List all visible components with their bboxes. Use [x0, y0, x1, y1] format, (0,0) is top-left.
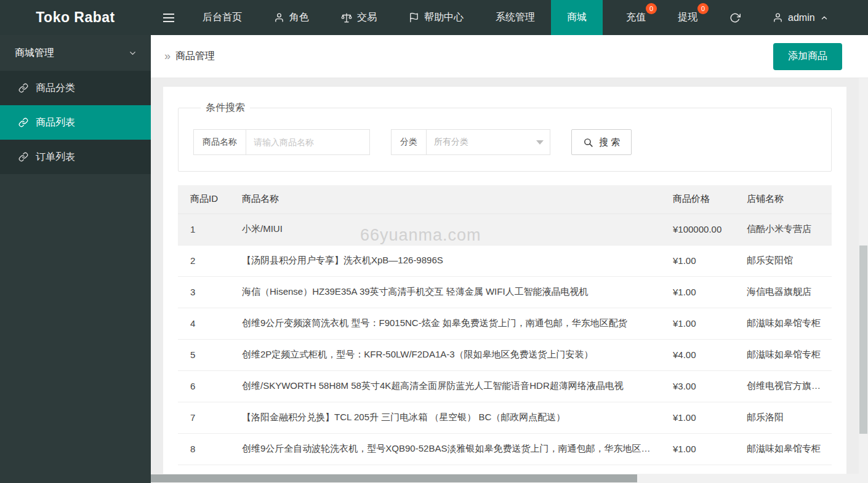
table-row[interactable]: 5 创维2P定频立式柜机，型号：KFR-50LW/F2DA1A-3（限如皋地区免… [178, 339, 832, 370]
table-row[interactable]: 7 【洛阳金融积分兑换】TCL 205升 三门电冰箱 （星空银） BC（邮政网点… [178, 402, 832, 433]
withdraw-count-badge: 0 [697, 3, 709, 14]
table-row[interactable]: 4 创维9公斤变频滚筒洗衣机 型号：F9015NC-炫金 如皋免费送货上门，南通… [178, 308, 832, 339]
search-panel-legend: 条件搜索 [201, 102, 250, 114]
product-list-card: 条件搜索 商品名称 分类 所有分类 [163, 87, 846, 474]
main-content: 条件搜索 商品名称 分类 所有分类 [151, 78, 868, 483]
page-title: 商品管理 [175, 50, 215, 63]
link-icon [18, 83, 28, 93]
cell-product-name: 小米/MIUI [230, 214, 661, 245]
cell-product-id: 1 [178, 214, 230, 245]
nav-spacer [603, 0, 610, 35]
nav-item-help-center[interactable]: 帮助中心 [393, 0, 480, 35]
breadcrumb-separator-icon: » [164, 50, 171, 63]
refresh-button[interactable] [713, 0, 757, 35]
cell-product-id: 8 [178, 433, 230, 465]
cell-shop-name: 邮滋味如皋馆专柜 [734, 308, 832, 339]
nav-item-label: 后台首页 [203, 11, 242, 24]
nav-item-roles[interactable]: 角色 [258, 0, 325, 35]
cell-product-price: ¥1.00 [661, 402, 734, 433]
cell-product-name: 创维9公斤全自动波轮洗衣机，型号XQB90-52BAS淡雅银如皋免费送货上门，南… [230, 433, 661, 465]
chevron-down-icon [128, 49, 137, 58]
table-header-row: 商品ID 商品名称 商品价格 店铺名称 [178, 185, 832, 214]
page-header: » 商品管理 添加商品 [151, 35, 868, 78]
category-group: 分类 所有分类 [391, 129, 550, 155]
column-header-product-name: 商品名称 [230, 185, 661, 214]
cell-product-id: 4 [178, 308, 230, 339]
chevron-down-icon [536, 140, 544, 145]
nav-item-label: 商城 [567, 11, 587, 24]
flag-icon [409, 12, 419, 23]
cell-product-price: ¥100000.00 [661, 214, 734, 245]
product-name-group: 商品名称 [193, 129, 370, 155]
cell-product-name: 创维2P定频立式柜机，型号：KFR-50LW/F2DA1A-3（限如皋地区免费送… [230, 339, 661, 370]
username-label: admin [788, 12, 815, 23]
category-label: 分类 [392, 130, 427, 154]
cell-product-price: ¥1.00 [661, 245, 734, 276]
vertical-scrollbar-thumb[interactable] [859, 245, 867, 434]
add-product-button[interactable]: 添加商品 [773, 43, 842, 70]
cell-shop-name: 邮滋味如皋馆专柜 [734, 339, 832, 370]
nav-item-label: 角色 [289, 11, 309, 24]
cell-product-price: ¥4.00 [661, 339, 734, 370]
table-row[interactable]: 3 海信（Hisense）HZ39E35A 39英寸高清手机交互 轻薄金属 WI… [178, 276, 832, 308]
nav-item-system[interactable]: 系统管理 [480, 0, 551, 35]
table-row[interactable]: 2 【汤阴县积分用户专享】洗衣机XpB—126-9896S ¥1.00 邮乐安阳… [178, 245, 832, 276]
vertical-scrollbar[interactable] [859, 78, 868, 474]
product-name-label: 商品名称 [194, 130, 246, 154]
search-button[interactable]: 搜 索 [571, 129, 632, 155]
sidebar-item-order-list[interactable]: 订单列表 [0, 140, 151, 174]
brand-logo: Toko Rabat [0, 0, 151, 35]
cell-product-id: 2 [178, 245, 230, 276]
nav-item-label: 充值 [626, 11, 646, 24]
horizontal-scrollbar-thumb[interactable] [151, 474, 637, 482]
chevron-up-icon [820, 14, 829, 22]
user-menu[interactable]: admin [757, 0, 845, 35]
cell-product-id: 3 [178, 276, 230, 308]
nav-item-label: 帮助中心 [424, 11, 464, 24]
search-panel: 条件搜索 商品名称 分类 所有分类 [178, 102, 832, 172]
cell-product-name: 创维9公斤变频滚筒洗衣机 型号：F9015NC-炫金 如皋免费送货上门，南通包邮… [230, 308, 661, 339]
nav-item-label: 系统管理 [496, 11, 535, 24]
cell-product-name: 创维/SKYWORTH 58H8M 58英寸4K超高清全面屏防蓝光人工智能语音H… [230, 370, 661, 402]
column-header-product-id: 商品ID [178, 185, 230, 214]
top-navbar: Toko Rabat 后台首页 角色 交易 [0, 0, 868, 35]
table-row[interactable]: 8 创维9公斤全自动波轮洗衣机，型号XQB90-52BAS淡雅银如皋免费送货上门… [178, 433, 832, 465]
cell-product-name: 【汤阴县积分用户专享】洗衣机XpB—126-9896S [230, 245, 661, 276]
scales-icon [341, 12, 352, 23]
nav-item-recharge[interactable]: 充值 0 [610, 0, 662, 35]
cell-product-name: 【洛阳金融积分兑换】TCL 205升 三门电冰箱 （星空银） BC（邮政网点配送… [230, 402, 661, 433]
product-name-input[interactable] [246, 130, 369, 154]
table-row[interactable]: 6 创维/SKYWORTH 58H8M 58英寸4K超高清全面屏防蓝光人工智能语… [178, 370, 832, 402]
cell-shop-name: 信酷小米专营店 [734, 214, 832, 245]
cell-product-id: 5 [178, 339, 230, 370]
person-icon [773, 12, 783, 23]
category-selected-value: 所有分类 [434, 137, 468, 148]
sidebar: 商城管理 商品分类 商品列表 [0, 35, 151, 483]
person-icon [274, 12, 284, 23]
nav-item-label: 提现 [678, 11, 697, 24]
cell-product-id: 6 [178, 370, 230, 402]
nav-item-label: 交易 [357, 11, 377, 24]
product-table: 商品ID 商品名称 商品价格 店铺名称 1 小米/MIUI ¥100000.00… [178, 185, 832, 465]
column-header-shop-name: 店铺名称 [734, 185, 832, 214]
nav-item-mall[interactable]: 商城 [551, 0, 603, 35]
breadcrumb: » 商品管理 [164, 50, 215, 63]
category-select[interactable]: 所有分类 [427, 130, 550, 154]
table-row[interactable]: 1 小米/MIUI ¥100000.00 信酷小米专营店 [178, 214, 832, 245]
cell-shop-name: 邮乐洛阳 [734, 402, 832, 433]
nav-item-trade[interactable]: 交易 [325, 0, 393, 35]
sidebar-item-product-list[interactable]: 商品列表 [0, 105, 151, 140]
hamburger-icon [163, 13, 175, 23]
sidebar-item-product-category[interactable]: 商品分类 [0, 71, 151, 105]
nav-item-withdraw[interactable]: 提现 0 [662, 0, 713, 35]
link-icon [18, 152, 28, 162]
sidebar-item-label: 商品列表 [36, 116, 75, 129]
cell-shop-name: 邮滋味如皋馆专柜 [734, 433, 832, 465]
sidebar-item-label: 订单列表 [36, 151, 75, 164]
menu-toggle-button[interactable] [151, 0, 187, 35]
cell-shop-name: 创维电视官方旗舰店 [734, 370, 832, 402]
sidebar-section-mall-management[interactable]: 商城管理 [0, 35, 151, 71]
nav-item-home[interactable]: 后台首页 [187, 0, 258, 35]
link-icon [18, 118, 28, 127]
horizontal-scrollbar[interactable] [151, 474, 868, 483]
